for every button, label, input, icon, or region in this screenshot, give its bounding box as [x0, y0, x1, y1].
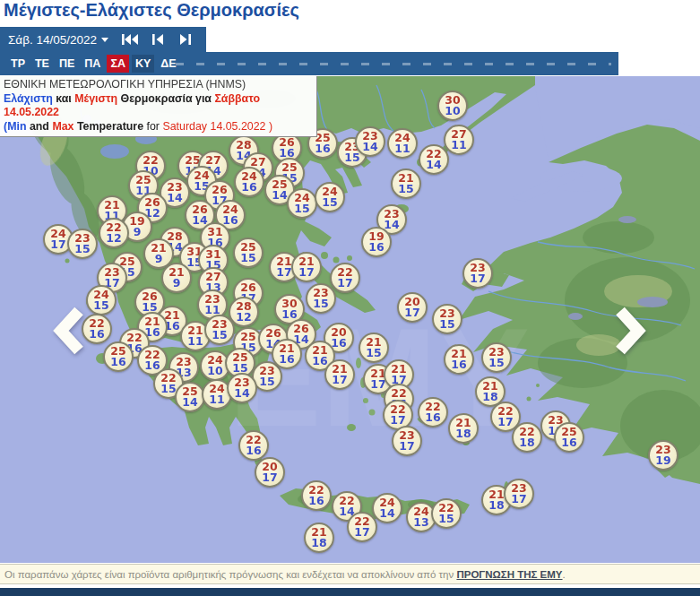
disclaimer-bar: Οι παραπάνω χάρτες είναι προϊόντα αριθμη…	[0, 564, 700, 584]
temp-bubble: 2315	[432, 304, 462, 334]
temp-bubble: 2315	[306, 283, 336, 314]
temp-bubble: 2514	[175, 382, 205, 412]
temp-bubble: 2017	[397, 292, 428, 323]
temp-bubble: 2317	[392, 426, 422, 456]
temp-bubble: 1916	[361, 227, 392, 257]
map-prev-arrow[interactable]	[52, 305, 88, 357]
info-agency-line: ΕΘΝΙΚΗ ΜΕΤΕΩΡΟΛΟΓΙΚΗ ΥΠΗΡΕΣΙΑ (HNMS)	[4, 78, 312, 92]
temp-bubble: 2217	[330, 263, 360, 293]
bottom-bar	[0, 588, 700, 596]
temp-bubble: 2516	[103, 341, 134, 372]
temp-bubble: 2117	[291, 252, 322, 282]
temp-bubble: 219	[161, 263, 192, 293]
temp-bubble: 2118	[448, 413, 479, 444]
hnms-temperature-page: Μέγιστες-Ελάχιστες Θερμοκρασίες Σάβ. 14/…	[0, 0, 700, 596]
temp-bubble: 2315	[204, 315, 235, 345]
temp-bubble: 2315	[67, 229, 98, 259]
temp-bubble: 2415	[287, 188, 317, 219]
temp-bubble: 2217	[347, 512, 377, 542]
map-info-box: ΕΘΝΙΚΗ ΜΕΤΕΩΡΟΛΟΓΙΚΗ ΥΠΗΡΕΣΙΑ (HNMS) Ελά…	[0, 76, 317, 137]
chevron-right-icon	[611, 305, 647, 357]
temp-bubble: 2515	[233, 238, 264, 268]
temp-bubble: 2115	[359, 333, 389, 363]
temp-bubble: 2215	[431, 498, 462, 529]
temp-bubble: 2314	[227, 373, 257, 403]
temp-bubble: 2319	[648, 440, 678, 471]
map-next-arrow[interactable]	[611, 305, 647, 357]
temp-bubble: 2414	[372, 493, 402, 523]
temp-bubble: 2017	[255, 457, 285, 488]
temp-bubble: 2315	[481, 342, 512, 373]
info-line2: Ελάχιστη και Μέγιστη Θερμοκρασία για Σάβ…	[4, 92, 312, 120]
map-area: EMY 221025152714281427142416251124152314…	[0, 76, 700, 563]
temp-bubble: 2218	[512, 422, 542, 453]
temp-bubble: 2415	[86, 285, 117, 315]
temp-bubble: 2711	[444, 125, 474, 155]
temp-bubble: 2115	[391, 168, 421, 199]
info-line3: (Min and Max Temperature for Saturday 14…	[4, 120, 312, 134]
temp-bubble: 2314	[355, 126, 385, 157]
temp-bubble: 2411	[387, 128, 418, 159]
temp-bubble: 2317	[462, 258, 493, 289]
temp-bubble: 2118	[304, 523, 334, 553]
temp-bubble: 2116	[444, 344, 474, 375]
disclaimer-text: Οι παραπάνω χάρτες είναι προϊόντα αριθμη…	[4, 569, 456, 580]
temp-bubble: 3010	[437, 91, 468, 121]
temp-bubble: 2214	[419, 144, 449, 175]
temp-bubble: 2216	[418, 397, 448, 428]
temp-bubble: 2117	[324, 359, 355, 390]
forecast-link[interactable]: ΠΡΟΓΝΩΣΗ ΤΗΣ ΕΜΥ	[456, 569, 562, 580]
temp-bubble: 2116	[272, 339, 302, 369]
temp-bubble: 2317	[504, 479, 534, 509]
temp-bubble: 2415	[315, 182, 345, 212]
temp-bubble: 2216	[238, 430, 269, 461]
temp-bubble: 2416	[234, 167, 264, 197]
disclaimer-period: .	[563, 569, 566, 580]
temp-bubble: 2216	[301, 480, 332, 511]
chevron-left-icon	[52, 305, 88, 357]
temp-bubble: 2516	[554, 422, 584, 453]
temp-bubble: 2212	[99, 218, 129, 248]
